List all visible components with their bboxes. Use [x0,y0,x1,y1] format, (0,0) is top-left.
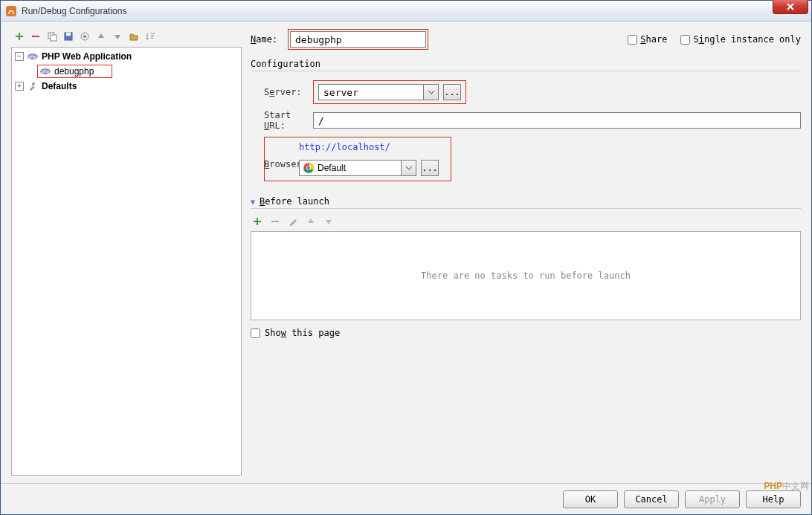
start-url-label: Start URL: [251,110,313,131]
show-this-page-label[interactable]: Show this page [251,328,801,338]
add-config-button[interactable] [13,30,26,43]
start-url-row: Start URL: [251,110,801,131]
edit-defaults-button[interactable] [78,30,91,43]
browser-value: Default [318,163,401,173]
collapse-icon[interactable]: − [15,52,24,61]
svg-point-6 [83,35,86,38]
ok-button[interactable]: OK [563,490,618,508]
triangle-down-icon: ▼ [251,198,255,206]
tree-node-debugphp[interactable]: php debugphp [13,64,239,79]
left-panel: − php PHP Web Application php debugphp +… [11,29,242,476]
chevron-down-icon[interactable] [401,161,416,175]
help-button[interactable]: Help [746,490,801,508]
svg-rect-2 [51,35,57,41]
server-select[interactable] [318,84,439,100]
bl-up-button[interactable] [304,215,318,228]
single-instance-text: Single instance only [693,34,801,45]
name-row: Name: Share Single instance only [251,29,801,50]
share-checkbox-label[interactable]: Share [628,34,667,45]
bl-remove-button[interactable] [268,215,282,228]
svg-rect-4 [66,33,71,36]
browser-select[interactable]: Default [299,160,416,176]
browser-highlight: http://localhost/ Default ... [264,137,451,181]
tree-node-defaults[interactable]: + Defaults [13,79,239,94]
cancel-button[interactable]: Cancel [624,490,679,508]
button-bar: OK Cancel Apply Help [1,483,811,514]
browser-browse-button[interactable]: ... [421,160,439,176]
tree-node-php-web-app[interactable]: − php PHP Web Application [13,49,239,64]
watermark: PHP中文网 [764,480,809,493]
before-launch-toolbar [251,215,801,228]
show-this-page-text: Show this page [265,328,340,338]
tree-label: PHP Web Application [42,51,132,62]
share-text: Share [640,34,667,45]
sort-button[interactable] [144,30,157,43]
server-row: Server: ... [251,80,801,104]
url-preview: http://localhost/ [271,142,445,152]
bl-add-button[interactable] [251,215,264,228]
before-launch-title: Before launch [260,196,329,207]
wrench-icon [27,80,39,92]
name-input[interactable] [290,31,426,48]
right-panel: Name: Share Single instance only Con [251,29,801,476]
watermark-brand: PHP [764,481,782,491]
remove-config-button[interactable] [29,30,42,43]
server-highlight: ... [313,80,466,104]
before-launch-empty-text: There are no tasks to run before launch [421,271,631,281]
bl-edit-button[interactable] [286,215,300,228]
move-down-button[interactable] [111,30,124,43]
divider [251,208,801,209]
tree-highlight: php debugphp [37,65,112,78]
share-checkbox[interactable] [628,35,637,45]
start-url-input[interactable] [313,112,801,129]
move-up-button[interactable] [94,30,108,43]
svg-text:php: php [29,54,37,59]
left-toolbar [11,29,242,47]
configuration-section: Configuration Server: ... Start UR [251,59,801,181]
config-tree[interactable]: − php PHP Web Application php debugphp +… [11,47,242,476]
single-instance-checkbox[interactable] [680,35,690,45]
close-button[interactable] [773,0,808,14]
name-highlight [288,29,428,50]
name-label: Name: [251,34,282,45]
chevron-down-icon[interactable] [423,85,438,100]
save-config-button[interactable] [62,30,75,43]
apply-button[interactable]: Apply [685,490,740,508]
app-icon [5,5,17,17]
chrome-icon [303,162,315,174]
single-instance-label[interactable]: Single instance only [680,34,801,45]
close-icon [786,3,795,10]
content-area: − php PHP Web Application php debugphp +… [1,22,811,483]
svg-point-14 [307,166,310,169]
watermark-text: 中文网 [782,481,809,491]
svg-text:php: php [42,69,50,74]
before-launch-header[interactable]: ▼ Before launch [251,196,801,207]
show-this-page-checkbox[interactable] [251,328,260,338]
titlebar: Run/Debug Configurations [1,1,811,22]
window-title: Run/Debug Configurations [22,6,126,16]
php-run-icon: php [39,65,51,77]
bl-down-button[interactable] [322,215,335,228]
server-browse-button[interactable]: ... [443,84,461,100]
tree-label: debugphp [54,66,94,77]
server-value[interactable] [319,85,423,100]
before-launch-section: ▼ Before launch There are no tasks to ru… [251,196,801,338]
configuration-title: Configuration [251,59,801,69]
php-config-icon: php [27,51,39,62]
server-label: Server: [251,87,313,97]
before-launch-list[interactable]: There are no tasks to run before launch [251,231,801,320]
folder-button[interactable] [127,30,141,43]
divider [251,71,801,71]
copy-config-button[interactable] [45,30,59,43]
expand-icon[interactable]: + [15,82,24,91]
tree-label: Defaults [42,81,77,91]
